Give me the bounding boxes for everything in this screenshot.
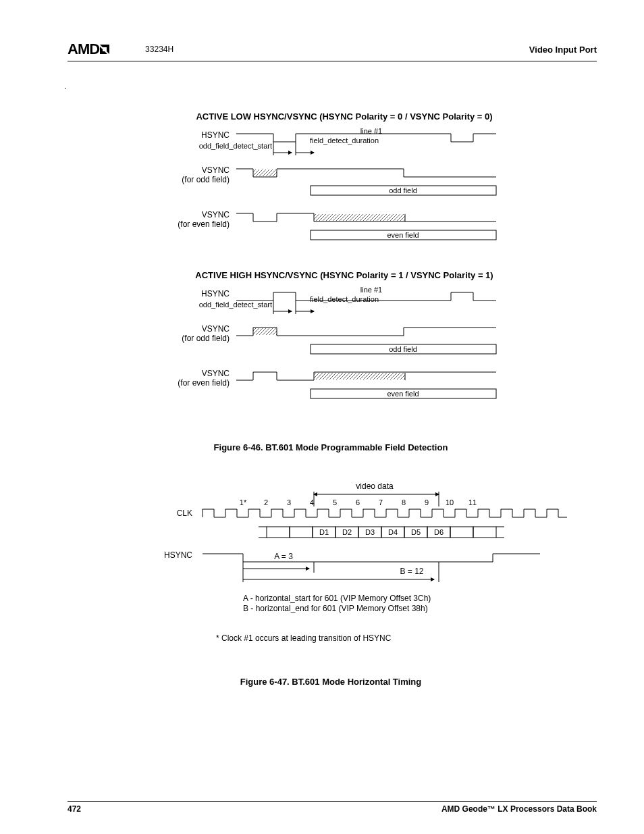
stray-dot: . [64,82,597,91]
video-data-label: video data [356,481,394,491]
fig2-caption: Figure 6-47. BT.601 Mode Horizontal Timi… [108,677,554,687]
fig2-footnote: * Clock #1 occurs at leading transition … [216,633,554,643]
amd-logo: AMD [68,41,111,58]
svg-rect-27 [450,527,473,538]
fig1-title-low: ACTIVE LOW HSYNC/VSYNC (HSYNC Polarity =… [135,111,554,122]
clk-num: 3 [287,498,291,506]
vsync-even-2: (for even field) [178,219,230,229]
vsync-odd-1h: VSYNC [202,324,230,334]
legend-a: A - horizontal_start for 601 (VIP Memory… [243,594,431,603]
even-field-text: even field [387,231,419,239]
svg-rect-14 [314,373,405,380]
fig1-low-diagram: HSYNC line #1 odd_field_detect_start fie… [135,128,513,270]
data-cell: D2 [342,528,352,536]
clk-num: 2 [264,498,268,506]
odd-field-text-h: odd field [389,345,417,353]
svg-rect-6 [314,214,405,221]
vsync-odd-2: (for odd field) [182,175,230,184]
svg-rect-4 [253,170,277,176]
hsync-label-h: HSYNC [201,289,230,298]
data-cell: D6 [434,528,444,536]
A-label: A = 3 [274,552,293,561]
clk-num: 1* [240,498,247,506]
fdd-label-h: field_detect_duration [310,295,379,303]
line1-text-h: line #1 [360,287,382,294]
line1-text: line #1 [360,128,382,135]
hsync-label: HSYNC [201,130,230,140]
clk-num: 5 [333,498,337,506]
fig2-diagram: video data 1*234567891011 CLK D1D2D3D4D5… [108,479,567,628]
svg-rect-28 [473,527,496,538]
legend-b: B - horizontal_end for 601 (VIP Memory O… [243,604,428,613]
clk-num: 10 [446,498,454,506]
clk-num: 9 [425,498,429,506]
section-title: Video Input Port [529,45,597,55]
svg-rect-19 [267,527,290,538]
clk-num: 7 [379,498,383,506]
even-field-text-h: even field [387,390,419,398]
doc-number: 33234H [145,45,173,54]
hsync-label-2: HSYNC [164,550,192,560]
odd-field-text: odd field [389,186,417,194]
ofds-label-h: odd_field_detect_start [199,301,272,309]
data-cell: D4 [388,528,398,536]
B-label: B = 12 [400,567,423,576]
clk-label: CLK [177,509,192,518]
fig1-high-diagram: HSYNC line #1 odd_field_detect_start fie… [135,287,513,429]
vsync-even-2h: (for even field) [178,378,230,388]
svg-rect-12 [253,328,277,335]
vsync-odd-1: VSYNC [202,165,230,175]
svg-rect-20 [290,527,313,538]
ofds-label: odd_field_detect_start [199,142,272,150]
clk-num: 8 [402,498,406,506]
fig1-caption: Figure 6-46. BT.601 Mode Programmable Fi… [108,442,554,452]
clk-num: 6 [356,498,360,506]
page-header: AMD 33234H Video Input Port [68,41,597,61]
vsync-odd-2h: (for odd field) [182,334,230,343]
clk-num: 11 [468,498,477,506]
data-cell: D3 [365,528,375,536]
book-title: AMD Geode™ LX Processors Data Book [441,804,597,814]
page-footer: 472 AMD Geode™ LX Processors Data Book [68,801,597,814]
vsync-even-1: VSYNC [202,210,230,219]
vsync-even-1h: VSYNC [202,369,230,378]
data-cell: D1 [319,528,329,536]
fdd-label: field_detect_duration [310,136,379,145]
clk-num: 4 [310,498,314,506]
fig1-title-high: ACTIVE HIGH HSYNC/VSYNC (HSYNC Polarity … [135,270,554,280]
data-cell: D5 [411,528,421,536]
page-number: 472 [68,804,81,814]
